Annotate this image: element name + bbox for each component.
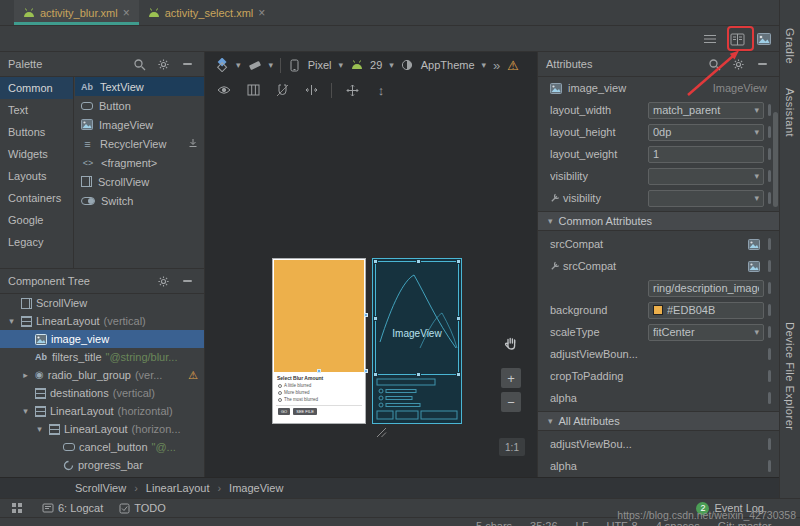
- srccompat-picker[interactable]: [648, 236, 764, 253]
- selection-handle[interactable]: [456, 316, 461, 321]
- image-view-design[interactable]: [274, 260, 364, 372]
- tab-activity-blur[interactable]: activity_blur.xml ×: [14, 0, 139, 25]
- api-level-selector[interactable]: 29: [370, 59, 382, 71]
- attr-flag[interactable]: [768, 192, 771, 204]
- layout-weight-input[interactable]: 1: [648, 146, 764, 163]
- palette-item-switch[interactable]: Switch: [75, 191, 204, 210]
- attr-flag[interactable]: [768, 370, 771, 382]
- attr-flag[interactable]: [768, 126, 771, 138]
- color-swatch[interactable]: [653, 305, 663, 315]
- scrollbar-thumb[interactable]: [773, 112, 778, 207]
- palette-category-common[interactable]: Common: [0, 77, 73, 99]
- breadcrumb-imageview[interactable]: ImageView: [229, 482, 283, 494]
- palette-item-fragment[interactable]: <> <fragment>: [75, 153, 204, 172]
- dock-tab-device-file-explorer[interactable]: Device File Explorer: [784, 322, 796, 430]
- search-icon[interactable]: [130, 55, 148, 73]
- pan-hand-icon[interactable]: [499, 331, 523, 355]
- design-preview[interactable]: Select Blur Amount A little blurred More…: [272, 258, 366, 424]
- design-surface-mode-icon[interactable]: [215, 56, 229, 74]
- attr-flag[interactable]: [768, 348, 771, 360]
- tree-item-linearlayout-horizontal[interactable]: ▾ LinearLayout (horizontal): [0, 402, 204, 420]
- tree-item-linearlayout-inner[interactable]: ▾ LinearLayout (horizon...: [0, 420, 204, 438]
- todo-toolwindow-button[interactable]: TODO: [119, 502, 166, 514]
- tree-expanded-icon[interactable]: ▾: [34, 424, 45, 434]
- attr-flag[interactable]: [768, 104, 771, 116]
- zoom-out-button[interactable]: −: [501, 392, 521, 412]
- warnings-indicator-icon[interactable]: ⚠: [507, 58, 519, 73]
- attr-flag[interactable]: [768, 326, 771, 338]
- tree-item-progress-bar[interactable]: progress_bar: [0, 456, 204, 474]
- breadcrumb-scrollview[interactable]: ScrollView: [75, 482, 126, 494]
- attr-flag[interactable]: [768, 304, 771, 316]
- attr-flag[interactable]: [768, 460, 771, 472]
- magnet-off-icon[interactable]: [273, 81, 291, 99]
- toolbar-overflow-chevrons[interactable]: »: [493, 58, 500, 73]
- image-preview-icon[interactable]: [753, 29, 775, 49]
- minimize-icon[interactable]: [753, 55, 771, 73]
- tools-srccompat-picker[interactable]: [648, 258, 764, 275]
- selection-handle[interactable]: [416, 372, 421, 377]
- palette-item-textview[interactable]: Ab TextView: [75, 77, 204, 96]
- margins-icon[interactable]: [302, 81, 320, 99]
- tree-expanded-icon[interactable]: ▾: [20, 406, 31, 416]
- tree-item-image-view[interactable]: image_view: [0, 330, 204, 348]
- layout-width-dropdown[interactable]: match_parent ▾: [648, 102, 764, 119]
- image-view-blueprint[interactable]: ImageView: [375, 261, 459, 375]
- selection-handle[interactable]: [373, 316, 378, 321]
- canvas-resize-handle[interactable]: [375, 426, 387, 438]
- tab-activity-select[interactable]: activity_select.xml ×: [139, 0, 275, 25]
- dock-tab-gradle[interactable]: Gradle: [784, 28, 796, 64]
- toolwindow-switcher-icon[interactable]: [8, 499, 26, 517]
- blueprint-preview[interactable]: ImageView: [372, 258, 462, 424]
- visibility-dropdown[interactable]: ▾: [648, 168, 764, 185]
- tree-item-destinations[interactable]: destinations (vertical): [0, 384, 204, 402]
- tools-visibility-dropdown[interactable]: ▾: [648, 190, 764, 207]
- minimize-icon[interactable]: [178, 272, 196, 290]
- selection-handle[interactable]: [456, 259, 461, 264]
- close-icon[interactable]: ×: [123, 7, 130, 19]
- palette-category-layouts[interactable]: Layouts: [0, 165, 73, 187]
- palette-category-text[interactable]: Text: [0, 99, 73, 121]
- selection-handle[interactable]: [456, 372, 461, 377]
- selection-handle[interactable]: [373, 259, 378, 264]
- eraser-icon[interactable]: [248, 56, 262, 74]
- attr-flag[interactable]: [768, 238, 771, 250]
- tree-item-filters-title[interactable]: Ab filters_title "@string/blur...: [0, 348, 204, 366]
- selection-handle[interactable]: [364, 369, 368, 373]
- attr-flag[interactable]: [768, 438, 771, 450]
- tree-item-radio-blur-group[interactable]: ▸ ◉ radio_blur_group (ver... ⚠: [0, 366, 204, 384]
- breadcrumb-linearlayout[interactable]: LinearLayout: [146, 482, 210, 494]
- gear-icon[interactable]: [154, 55, 172, 73]
- palette-item-scrollview[interactable]: ScrollView: [75, 172, 204, 191]
- theme-selector[interactable]: AppTheme: [421, 59, 475, 71]
- zoom-reset-button[interactable]: 1:1: [499, 438, 525, 456]
- close-icon[interactable]: ×: [258, 7, 265, 19]
- layout-guides-icon[interactable]: [244, 81, 262, 99]
- design-view-icon[interactable]: [726, 29, 748, 49]
- attr-flag[interactable]: [768, 170, 771, 182]
- dock-tab-assistant[interactable]: Assistant: [784, 88, 796, 137]
- zoom-in-button[interactable]: +: [501, 368, 521, 388]
- section-common-attributes[interactable]: ▾ Common Attributes: [538, 211, 779, 231]
- palette-category-buttons[interactable]: Buttons: [0, 121, 73, 143]
- pan-move-icon[interactable]: [343, 81, 361, 99]
- palette-item-imageview[interactable]: ImageView: [75, 115, 204, 134]
- palette-item-button[interactable]: Button: [75, 96, 204, 115]
- palette-item-recyclerview[interactable]: ≡ RecyclerView: [75, 134, 204, 153]
- tree-item-cancel-button[interactable]: cancel_button "@...: [0, 438, 204, 456]
- selection-handle[interactable]: [317, 369, 321, 373]
- palette-category-containers[interactable]: Containers: [0, 187, 73, 209]
- minimize-icon[interactable]: [178, 55, 196, 73]
- selection-handle[interactable]: [373, 372, 378, 377]
- list-view-icon[interactable]: [699, 29, 721, 49]
- attr-flag[interactable]: [768, 282, 771, 294]
- vertical-resize-icon[interactable]: ↕: [372, 81, 390, 99]
- scaletype-dropdown[interactable]: fitCenter ▾: [648, 324, 764, 341]
- search-icon[interactable]: [705, 55, 723, 73]
- tree-expanded-icon[interactable]: ▾: [6, 316, 17, 326]
- content-description-input[interactable]: ring/description_image: [648, 280, 764, 297]
- attr-flag[interactable]: [768, 148, 771, 160]
- tree-item-scrollview[interactable]: ScrollView: [0, 294, 204, 312]
- section-all-attributes[interactable]: ▾ All Attributes: [538, 411, 779, 431]
- gear-icon[interactable]: [154, 272, 172, 290]
